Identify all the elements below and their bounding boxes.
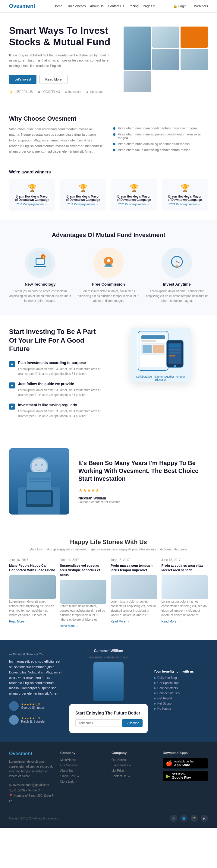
promo-avatar-1 bbox=[9, 701, 19, 711]
hero-img-5 bbox=[181, 49, 208, 70]
invest-button[interactable]: Let's Invest bbox=[9, 75, 36, 84]
benefit-5: Get Report bbox=[154, 697, 208, 700]
footer-company2-links: Our Service → Blog Stories → List Price … bbox=[112, 758, 157, 778]
invest-point-desc-1: Lorem ipsum dolor sit amet, 30 amet, sit… bbox=[18, 367, 104, 376]
invest-icon-2: ▶ bbox=[9, 382, 15, 389]
story-item-1: June 16, 2017 Many People Happy Can Conn… bbox=[9, 558, 56, 628]
benefit-3: Connect others bbox=[154, 686, 208, 690]
brand-icon-3: ● bbox=[65, 90, 67, 94]
story-img-3 bbox=[111, 575, 157, 599]
testimonial-image bbox=[9, 448, 69, 515]
svg-rect-25 bbox=[169, 352, 181, 353]
story-date-1: June 16, 2017 bbox=[9, 558, 56, 562]
footer-link-2[interactable]: Our Services bbox=[60, 764, 105, 767]
hero-description: It is a long established fact that a rea… bbox=[9, 53, 118, 69]
benefit-2: Get Update Tips bbox=[154, 681, 208, 685]
nav-link[interactable]: Pricing bbox=[128, 4, 138, 8]
story-readmore-3[interactable]: Read More → bbox=[111, 620, 157, 623]
svg-point-32 bbox=[32, 459, 47, 474]
nav-action[interactable]: ☰ Webinars bbox=[190, 4, 208, 8]
nav-link[interactable]: Contact Us bbox=[108, 4, 124, 8]
instagram-icon[interactable]: 📸 bbox=[190, 815, 198, 822]
google-play-badge[interactable]: ▶ GET IT ON Google Play bbox=[163, 771, 208, 781]
nav-link[interactable]: Pages ▾ bbox=[143, 4, 155, 8]
footer-link-4[interactable]: Single Post → bbox=[60, 775, 105, 778]
award-name-1: Braun Hockley's Mayor of Downtown Campai… bbox=[14, 195, 50, 202]
nav-link[interactable]: Our Services bbox=[67, 4, 86, 8]
app-store-badge[interactable]: 🍎 Available on the App Store bbox=[163, 758, 208, 769]
footer-link-7[interactable]: Blog Stories → bbox=[112, 764, 157, 767]
adv-item-1: ★ New Technology Lorem ipsum dolor sit a… bbox=[9, 248, 71, 303]
promo-person-name: Cameron William bbox=[94, 649, 123, 653]
twitter-icon[interactable]: 𝕏 bbox=[170, 815, 177, 822]
story-readmore-2[interactable]: Read More → bbox=[60, 624, 107, 628]
story-readmore-1[interactable]: Read More → bbox=[9, 620, 56, 623]
youtube-icon[interactable]: ▶ bbox=[201, 815, 208, 822]
adv-desc-1: Lorem ipsum dolor sit amet, consectetur … bbox=[9, 289, 71, 303]
benefit-7: No Hassle bbox=[154, 707, 208, 710]
read-more-button[interactable]: Read More bbox=[39, 75, 67, 84]
adv-title-2: Free Commission bbox=[78, 282, 140, 286]
testimonial-stars: ★★★★★ bbox=[79, 487, 208, 493]
newsletter-title: Start Enjoying The Future Better bbox=[75, 710, 142, 716]
footer-link-5[interactable]: More Link → bbox=[60, 780, 105, 783]
hero-img-3 bbox=[181, 27, 208, 48]
footer-apps-col: Download Apps 🍎 Available on the App Sto… bbox=[163, 751, 208, 804]
newsletter-email-input[interactable] bbox=[75, 719, 120, 727]
footer-link-6[interactable]: Our Service → bbox=[112, 758, 157, 762]
benefit-dot-3 bbox=[154, 687, 156, 689]
award-name-4: Braun Hockley's Mayor of Downtown Campai… bbox=[167, 195, 203, 202]
brand-3: ● Inpossunt bbox=[65, 90, 82, 94]
testimonial-img-placeholder bbox=[9, 448, 69, 515]
story-item-3: June 16, 2017 Proin massa sem tempus in,… bbox=[111, 558, 157, 628]
invest-point-2: ▶ Just follow the guide we provide Lorem… bbox=[9, 382, 104, 398]
invest-point-content-2: Just follow the guide we provide Lorem i… bbox=[18, 382, 104, 398]
why-point-1: Vitae etiam nunc nam condimentum massa a… bbox=[113, 126, 208, 130]
person-svg bbox=[9, 448, 69, 515]
story-date-2: June 16, 2017 bbox=[60, 558, 107, 562]
award-year-1[interactable]: 2018 Campaign winner → bbox=[14, 203, 50, 206]
svg-rect-36 bbox=[29, 478, 50, 479]
award-item-4: 🏆 Braun Hockley's Mayor of Downtown Camp… bbox=[162, 179, 208, 211]
award-icon-4: 🏆 bbox=[167, 184, 203, 192]
award-icon-1: 🏆 bbox=[14, 184, 50, 192]
app-mockup-content: Collaborative Platform Together For Your… bbox=[130, 328, 191, 381]
technology-illustration: ★ bbox=[27, 249, 54, 276]
invest-point-title-3: Investment is like saving regularly bbox=[18, 403, 104, 407]
facebook-icon[interactable]: 📘 bbox=[180, 815, 187, 822]
footer-company2-col: Company Our Service → Blog Stories → Lis… bbox=[112, 751, 157, 804]
newsletter-subscribe-button[interactable]: Subscribe bbox=[122, 719, 143, 727]
footer-link-3[interactable]: About Us bbox=[60, 769, 105, 772]
promo-person-img bbox=[93, 662, 124, 701]
svg-rect-17 bbox=[141, 340, 156, 342]
nav-logo[interactable]: Ovesment bbox=[9, 3, 35, 9]
promo-name-2: Ralph E. Schaefer bbox=[21, 720, 45, 723]
award-year-4[interactable]: 2021 Campaign winner → bbox=[167, 203, 203, 206]
adv-item-2: Free Commission Lorem ipsum dolor sit am… bbox=[78, 248, 140, 303]
svg-rect-3 bbox=[36, 259, 44, 264]
award-year-3[interactable]: 2020 Campaign winner → bbox=[116, 203, 152, 206]
footer-link-1[interactable]: Main/Home bbox=[60, 758, 105, 762]
nav-links: HomeOur ServicesAbout UsContact UsPricin… bbox=[54, 4, 155, 8]
award-icon-3: 🏆 bbox=[116, 184, 152, 192]
nav-link[interactable]: About Us bbox=[90, 4, 104, 8]
promo-reviewer-2: ★★★★★ 5.0 Ralph E. Schaefer bbox=[9, 715, 63, 725]
story-desc-1: Lorem ipsum dolor sit amet, consectetur … bbox=[9, 599, 56, 617]
google-play-icon: ▶ bbox=[166, 773, 170, 779]
award-year-2[interactable]: 2019 Campaign winner → bbox=[65, 203, 101, 206]
svg-point-34 bbox=[35, 464, 37, 466]
nav-action[interactable]: 🔒 Login bbox=[173, 4, 187, 8]
benefit-4: Connect Industry bbox=[154, 691, 208, 695]
get-on-text: GET IT ON bbox=[172, 773, 191, 776]
hero-img-1 bbox=[124, 27, 151, 70]
story-item-4: June 16, 2017 Proin at sodales arcu vita… bbox=[161, 558, 208, 628]
story-title-4: Proin at sodales arcu vitae laceret arcu… bbox=[161, 563, 208, 573]
footer-link-9[interactable]: Contact Us → bbox=[112, 775, 157, 778]
nav-link[interactable]: Home bbox=[54, 4, 62, 8]
invest-icon-1: ▶ bbox=[9, 361, 15, 367]
promo-reviewer-1: ★★★★★ 5.0 George Simmons bbox=[9, 701, 63, 711]
footer-link-8[interactable]: List Price → bbox=[112, 769, 157, 772]
story-readmore-4[interactable]: Read More → bbox=[161, 620, 208, 623]
svg-rect-1 bbox=[34, 266, 46, 267]
story-title-2: Suspendisse vel egestas arcu tristique s… bbox=[60, 563, 107, 577]
